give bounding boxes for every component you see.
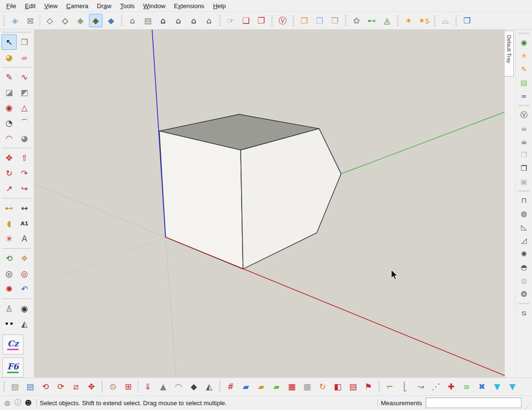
styles-toolbar-grip[interactable]	[3, 15, 5, 26]
vray-render-button[interactable]: ☕	[518, 122, 530, 134]
zoom-window-button[interactable]: ◎	[17, 266, 32, 281]
smooth-arch-button[interactable]: ⌓	[439, 14, 452, 27]
menu-view[interactable]: View	[40, 1, 62, 11]
arc-button[interactable]: ◔	[1, 115, 17, 131]
default-tray-tab[interactable]: Default Tray	[505, 31, 514, 77]
hidden-line-button[interactable]: ◇	[58, 14, 72, 27]
viewport-3d[interactable]	[34, 30, 505, 377]
stamp-button[interactable]: ▲	[156, 380, 170, 393]
axes-button[interactable]: ✳	[1, 231, 17, 246]
round-corner-toolbar-grip[interactable]	[293, 15, 294, 26]
resize-grip[interactable]: ⋰	[524, 404, 530, 410]
qft-loop-button[interactable]: ↻	[316, 380, 329, 393]
viewport-canvas[interactable]	[34, 30, 505, 377]
two-point-arc-button[interactable]: ⌒	[17, 115, 32, 131]
sharp-corner-button[interactable]: ❒	[313, 14, 326, 27]
omni-light-button[interactable]: ✺	[518, 248, 530, 260]
infinite-plane-button[interactable]: ⧅	[518, 307, 530, 319]
view-top-button[interactable]: ▤	[141, 14, 155, 27]
soap-skin-bubble-button[interactable]: ⊷	[365, 14, 378, 27]
blue-scatter-button[interactable]: ✖	[475, 380, 488, 393]
measurements-input[interactable]	[426, 398, 521, 408]
rotated-rectangle-button[interactable]: ◩	[17, 85, 32, 100]
smoove-button[interactable]: ◠	[172, 380, 185, 393]
look-around-button[interactable]: ◉	[17, 301, 32, 316]
spark-slash-s-button[interactable]: ✶s	[417, 14, 431, 27]
sandbox-sketch-button[interactable]: ✎	[518, 63, 530, 76]
pan-button[interactable]: ❖	[17, 251, 32, 266]
view-back-button[interactable]: ⌂	[172, 14, 185, 27]
make-component-button[interactable]: ❒	[17, 34, 32, 50]
fredo-corner-button[interactable]: ⌐	[383, 380, 397, 393]
warehouse-tools-grip[interactable]	[519, 33, 529, 34]
view-front-button[interactable]: ⌂	[156, 14, 170, 27]
position-camera-button[interactable]: ♙	[1, 301, 17, 316]
bezier-spline-button[interactable]: ⋰	[429, 380, 443, 393]
selection-memory-export-button[interactable]: ❐	[255, 14, 268, 27]
green-align-button[interactable]: ≡	[460, 380, 473, 393]
section-plane-button[interactable]: ◭	[17, 316, 32, 332]
surface-toolbar-grip[interactable]	[345, 15, 346, 26]
text-button[interactable]: A1	[17, 216, 32, 231]
qft-white-quads-button[interactable]: ▦	[300, 380, 314, 393]
qft-flag-button[interactable]: ⚑	[362, 380, 375, 393]
flip-edge-button[interactable]: ◭	[202, 380, 216, 393]
menu-window[interactable]: Window	[139, 1, 169, 11]
dimensions-button[interactable]: ↔	[17, 200, 32, 216]
menu-camera[interactable]: Camera	[62, 1, 92, 11]
zoom-extents-button[interactable]: ✺	[1, 281, 17, 297]
paint-roller-button[interactable]: ▤	[518, 77, 530, 89]
previous-button[interactable]: ↶	[17, 281, 32, 297]
pie-button[interactable]: ◕	[17, 131, 32, 146]
uv-rotate-left-button[interactable]: ⟲	[39, 380, 52, 393]
qft-uv-map-button[interactable]: #	[224, 380, 237, 393]
protractor-button[interactable]: ◖	[1, 216, 17, 231]
menu-tools[interactable]: Tools	[116, 1, 139, 11]
view-iso-button[interactable]: ⌂	[126, 14, 139, 27]
vray-logo-button[interactable]: Ⓥ	[276, 14, 289, 27]
rotate-button[interactable]: ↻	[1, 166, 17, 181]
vertex-drop-hash-button[interactable]: ▼	[506, 380, 519, 393]
rectangle-button[interactable]: ◪	[1, 85, 17, 100]
qft-blue-face-button[interactable]: ▰	[239, 380, 253, 393]
freehand-button[interactable]: ∿	[17, 69, 32, 85]
bevel-corner-button[interactable]: ❒	[328, 14, 342, 27]
geo-location-button[interactable]: ☀	[518, 50, 530, 62]
shaded-with-textures-button[interactable]: ◆	[89, 14, 102, 27]
curve-smooth-toolbar-grip[interactable]	[434, 15, 435, 26]
selection-cursor-button[interactable]: ☞	[224, 14, 237, 27]
sketchuv-toolbar-grip[interactable]	[101, 381, 103, 392]
tape-measure-button[interactable]: ⊷	[1, 200, 17, 216]
uv-rotate-right-button[interactable]: ⟳	[54, 380, 67, 393]
light-rig-button[interactable]: ⊓	[518, 194, 530, 207]
drape-button[interactable]: ⇓	[141, 380, 155, 393]
view-right-button[interactable]: ⌂	[202, 14, 216, 27]
spot-light-button[interactable]: ◺	[518, 221, 530, 233]
zoom-button[interactable]: ◎	[1, 266, 17, 281]
orbit-button[interactable]: ⟲	[1, 251, 17, 266]
wireframe-button[interactable]: ◇	[43, 14, 56, 27]
selection-toolbar-grip[interactable]	[219, 15, 221, 26]
three-d-text-button[interactable]: A	[17, 231, 32, 246]
scale-button[interactable]: ↗	[1, 181, 17, 196]
circle-button[interactable]: ◉	[1, 100, 17, 115]
binoculars-button[interactable]: ∞	[518, 90, 530, 102]
back-edges-button[interactable]: ⊠	[23, 14, 37, 27]
uv-cylinder-button[interactable]: ⊙	[106, 380, 120, 393]
polygon-button[interactable]: △	[17, 100, 32, 115]
account-icon[interactable]: ☻	[23, 398, 33, 408]
monochrome-button[interactable]: ◆	[104, 14, 118, 27]
unfold-cube-button[interactable]: ❒	[460, 14, 474, 27]
spark-slash-button[interactable]: ✶	[402, 14, 415, 27]
x-ray-button[interactable]: ◈	[8, 14, 22, 27]
qft-red-quads-button[interactable]: ▦	[285, 380, 299, 393]
menu-file[interactable]: File	[2, 1, 21, 11]
fredo-misc-toolbar-grip[interactable]	[378, 381, 380, 392]
menu-edit[interactable]: Edit	[21, 1, 40, 11]
menu-draw[interactable]: Draw	[93, 1, 116, 11]
texture-position-toolbar-grip[interactable]	[3, 381, 5, 392]
quadface-tools-toolbar-grip[interactable]	[219, 381, 221, 392]
vertex-drop-button[interactable]: ▼	[490, 380, 504, 393]
paint-bucket-button[interactable]: ◕	[1, 50, 17, 65]
move-button[interactable]: ✥	[1, 150, 17, 166]
